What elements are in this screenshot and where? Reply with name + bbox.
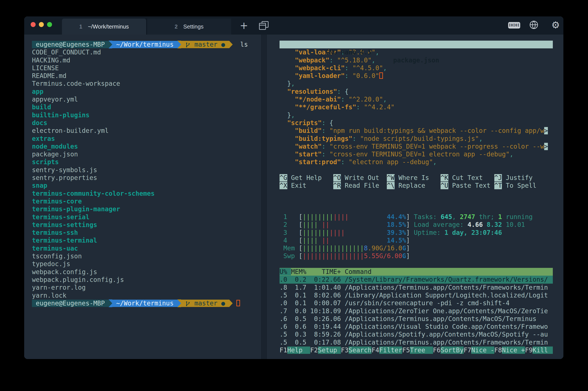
- text-segment: Tree: [410, 347, 433, 354]
- text-segment: ||||: [333, 213, 349, 220]
- text-segment: extras: [32, 135, 55, 142]
- text-segment: [306, 182, 333, 189]
- nano-shortcuts-line: ^G Get Help ^O Write Out ^W Where Is ^K …: [280, 174, 553, 182]
- text-segment: Setup: [318, 347, 341, 354]
- tab-settings[interactable]: 2 Settings: [147, 19, 231, 35]
- terminal-line: package.json: [32, 150, 261, 158]
- nano-line: "scripts": {: [280, 119, 553, 127]
- text-segment: .5 0.1 8:02.06 /Library/Application Supp…: [280, 292, 548, 299]
- nano-shortcuts-line: ^X Exit ^R Read File ^\ Replace ^U Paste…: [280, 182, 553, 190]
- text-segment: "*/node-abi": [295, 96, 341, 103]
- terminal-line: terminus-terminal: [32, 237, 261, 244]
- settings-gear-icon[interactable]: ⚙: [550, 19, 562, 31]
- close-button[interactable]: [31, 22, 36, 27]
- maximize-button[interactable]: [47, 22, 52, 27]
- text-segment: snap: [32, 182, 47, 189]
- terminal-line: terminus-community-color-schemes: [32, 190, 261, 197]
- text-segment: CODE_OF_CONDUCT.md: [32, 49, 101, 56]
- globe-icon[interactable]: [530, 21, 538, 29]
- terminal-line: tsconfig.json: [32, 252, 261, 260]
- powerline-arrow-icon: [177, 299, 181, 307]
- nano-line: "build": "npm run build:typings && webpa…: [280, 127, 553, 135]
- powerline-arrow-icon: [229, 299, 233, 307]
- text-segment: 44.4%: [387, 213, 406, 220]
- text-segment: docs: [32, 119, 47, 127]
- text-segment: [280, 158, 295, 166]
- text-segment: >: [544, 127, 548, 134]
- new-window-icon[interactable]: [259, 21, 269, 30]
- text-segment: Load average:: [414, 221, 468, 228]
- text-segment: electron-builder.yml: [32, 127, 109, 134]
- text-segment: "^2.20.0": [349, 96, 383, 103]
- text-segment: [280, 96, 295, 103]
- htop-panel: 1 [|||||||||||| 44.4%] 2 [|||| || 18.5%]…: [280, 213, 553, 354]
- text-segment: MEM% TIME+ Command: [291, 268, 371, 276]
- text-segment: ^R: [333, 182, 341, 189]
- text-segment: [181, 41, 185, 48]
- text-segment: .6 0.6 0:19.44 /Applications/Visual Stud…: [280, 323, 548, 330]
- terminal-line: HACKING.md: [32, 56, 261, 64]
- terminal-pane-left[interactable]: eugene@Eugenes-MBP ~/Work/terminus maste…: [32, 35, 261, 359]
- minimize-button[interactable]: [39, 22, 44, 27]
- text-segment: [280, 151, 295, 158]
- text-segment: "build": [295, 127, 322, 134]
- text-segment: LICENSE: [32, 64, 59, 72]
- text-segment: 14.5%: [387, 237, 406, 244]
- htop-info-line: Uptime: 1 day, 23:07:46: [414, 229, 533, 237]
- text-segment: [425, 182, 441, 189]
- htop-fkey-bar[interactable]: F1Help F2Setup F3SearchF4FilterF5Tree F6…: [280, 346, 553, 354]
- text-segment: appveyor.yml: [32, 96, 78, 103]
- htop-meter: [280, 260, 553, 268]
- titlebar[interactable]: 1 ~/Work/terminus 2 Settings + IOIOI ⚙: [24, 16, 563, 35]
- text-segment: ]: [406, 252, 410, 260]
- text-segment: ]: [406, 221, 410, 228]
- powerline-arrow-icon: [109, 41, 112, 48]
- text-segment: master: [191, 41, 221, 48]
- text-segment: Swp: [280, 252, 299, 260]
- text-segment: "build:typings": [295, 135, 352, 142]
- text-segment: :: [322, 143, 329, 150]
- terminal-line: builtin-plugins: [32, 111, 261, 119]
- text-segment: .5 0.3 8:59.26 /Applications/Spotify.app…: [280, 331, 548, 338]
- process-row: .6 0.6 0:19.44 /Applications/Visual Stud…: [280, 323, 553, 330]
- text-segment: ||||: [303, 237, 318, 244]
- nano-line: "*/node-abi": "^2.20.0",: [280, 96, 553, 103]
- text-segment: }: [287, 80, 291, 87]
- pane-splitter[interactable]: [261, 35, 267, 359]
- text-segment: G: [402, 252, 406, 260]
- terminal-line: docs: [32, 119, 261, 127]
- nano-file-title: package.json: [393, 56, 439, 64]
- text-segment: [490, 182, 494, 189]
- text-segment: "cross-env TERMINUS_DEV=1 electron app -…: [329, 151, 510, 158]
- text-segment: "resolutions": [287, 88, 337, 95]
- text-segment: F3: [341, 347, 349, 354]
- text-segment: {: [329, 119, 333, 127]
- text-segment: ^U: [441, 182, 448, 189]
- text-segment: ,: [371, 57, 375, 64]
- text-segment: [345, 229, 387, 236]
- new-tab-button[interactable]: +: [238, 19, 250, 31]
- tab-work-terminus[interactable]: 1 ~/Work/terminus: [62, 19, 146, 35]
- htop-fkeys[interactable]: F1Help F2Setup F3SearchF4FilterF5Tree F6…: [280, 346, 553, 354]
- text-segment: Get Help: [287, 174, 322, 182]
- text-segment: terminus-terminal: [32, 237, 97, 244]
- terminal-pane-right[interactable]: GNU nano 4.5 package.json "val-loader": …: [280, 35, 553, 359]
- git-branch-icon: [185, 41, 191, 48]
- text-segment: [280, 135, 295, 142]
- text-segment: README.md: [32, 72, 67, 80]
- text-segment: ,: [291, 80, 295, 87]
- text-segment: 5.55G/6.00: [364, 252, 402, 260]
- text-segment: |||||||: [303, 229, 329, 236]
- text-segment: [329, 237, 387, 244]
- text-segment: ,: [383, 64, 387, 72]
- text-segment: sentry.properties: [32, 174, 97, 182]
- htop-process-table: U% MEM% TIME+ Command.0 0.2 0:22.66 /Sys…: [280, 268, 553, 346]
- text-segment: Paste Text: [448, 182, 490, 189]
- serial-port-icon[interactable]: IOIOI: [508, 22, 520, 28]
- text-segment: [322, 174, 333, 182]
- text-segment: Kill: [532, 347, 553, 354]
- text-segment: .8 1.7 1:01.40 /Applications/Terminus.ap…: [280, 284, 548, 291]
- text-segment: [280, 72, 295, 80]
- text-segment: Uptime:: [414, 229, 444, 236]
- process-row: .0 0.1 0:00.07 /usr/sbin/screencapture -…: [280, 299, 553, 307]
